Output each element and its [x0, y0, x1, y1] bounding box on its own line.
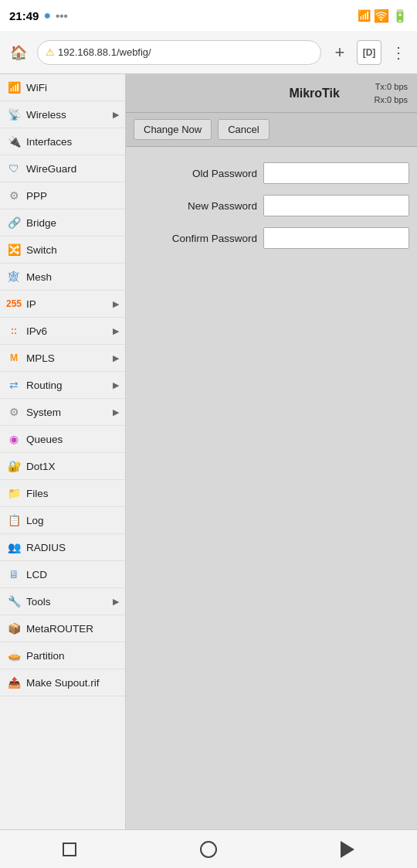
main-container: 📶 WiFi 📡 Wireless ▶ 🔌 Interfaces 🛡 WireG… — [0, 74, 417, 829]
indicator-icon: ● — [43, 9, 51, 22]
bottom-nav — [0, 829, 417, 868]
home-button[interactable]: 🏠 — [6, 40, 31, 65]
sidebar-item-label: Files — [26, 488, 49, 499]
interfaces-icon: 🔌 — [6, 134, 22, 149]
chevron-right-icon: ▶ — [113, 407, 119, 417]
sidebar-item-label: Interfaces — [26, 136, 72, 148]
password-form: Old Password New Password Confirm Passwo… — [126, 147, 417, 829]
url-warning-icon: ⚠ — [46, 46, 55, 58]
system-icon: ⚙ — [6, 404, 22, 420]
nav-stop-button[interactable] — [54, 834, 85, 865]
sidebar-item-label: Dot1X — [26, 461, 56, 472]
browser-bar: 🏠 ⚠ 192.168.88.1/webfig/ + [D] ⋮ — [0, 31, 417, 74]
url-bar[interactable]: ⚠ 192.168.88.1/webfig/ — [37, 40, 321, 65]
sidebar-item-label: System — [26, 407, 61, 418]
sidebar-item-label: IPv6 — [26, 325, 47, 337]
time-label: 21:49 — [9, 9, 39, 22]
new-password-input[interactable] — [263, 195, 409, 216]
sidebar-item-partition[interactable]: 🥧 Partition — [0, 642, 125, 669]
mikrotik-title: MikroTik — [255, 87, 375, 100]
ppp-icon: ⚙ — [6, 188, 22, 203]
sidebar-item-label: Bridge — [26, 217, 56, 229]
stop-icon — [63, 842, 76, 856]
nav-back-button[interactable] — [332, 834, 363, 865]
partition-icon: 🥧 — [6, 648, 22, 663]
sidebar-item-label: Wireless — [26, 109, 66, 121]
cancel-button[interactable]: Cancel — [218, 119, 269, 140]
toolbar: Change Now Cancel — [126, 113, 417, 147]
rx-label: Rx:0 bps — [375, 94, 408, 107]
sidebar-item-lcd[interactable]: 🖥 LCD — [0, 561, 125, 588]
switch-icon: 🔀 — [6, 242, 22, 257]
sidebar-item-interfaces[interactable]: 🔌 Interfaces — [0, 128, 125, 155]
dots-label: ••• — [56, 9, 68, 22]
log-icon: 📋 — [6, 512, 22, 528]
chevron-right-icon: ▶ — [113, 110, 119, 120]
mikrotik-header: MikroTik Tx:0 bps Rx:0 bps — [126, 74, 417, 113]
sidebar-item-label: RADIUS — [26, 542, 66, 553]
sidebar-item-ip[interactable]: 255 IP ▶ — [0, 291, 125, 318]
sidebar-item-switch[interactable]: 🔀 Switch — [0, 237, 125, 264]
sidebar-item-label: IP — [26, 298, 36, 310]
sidebar-item-dot1x[interactable]: 🔐 Dot1X — [0, 453, 125, 480]
dot1x-icon: 🔐 — [6, 458, 22, 474]
sidebar: 📶 WiFi 📡 Wireless ▶ 🔌 Interfaces 🛡 WireG… — [0, 74, 126, 829]
sidebar-item-queues[interactable]: ◉ Queues — [0, 426, 125, 453]
sidebar-item-ipv6[interactable]: :: IPv6 ▶ — [0, 318, 125, 345]
sidebar-item-metarouter[interactable]: 📦 MetaROUTER — [0, 615, 125, 642]
sidebar-item-wifi[interactable]: 📶 WiFi — [0, 74, 125, 101]
status-left: 21:49 ● ••• — [9, 9, 68, 22]
sidebar-item-tools[interactable]: 🔧 Tools ▶ — [0, 588, 125, 615]
sidebar-item-label: Queues — [26, 434, 63, 445]
sidebar-item-wireless[interactable]: 📡 Wireless ▶ — [0, 101, 125, 128]
sidebar-item-mpls[interactable]: M MPLS ▶ — [0, 345, 125, 372]
supout-icon: 📤 — [6, 675, 22, 690]
url-text: 192.168.88.1/webfig/ — [58, 46, 151, 58]
sidebar-item-ppp[interactable]: ⚙ PPP — [0, 182, 125, 209]
old-password-label: Old Password — [134, 168, 257, 179]
chevron-right-icon: ▶ — [113, 597, 119, 607]
tab-id-button[interactable]: [D] — [357, 40, 381, 65]
lcd-icon: 🖥 — [6, 567, 22, 582]
tab-id-label: [D] — [363, 47, 376, 58]
old-password-row: Old Password — [134, 162, 409, 184]
old-password-input[interactable] — [263, 162, 409, 184]
sidebar-item-files[interactable]: 📁 Files — [0, 480, 125, 507]
confirm-password-label: Confirm Password — [134, 233, 257, 244]
wifi-icon: 🛜 — [374, 9, 389, 23]
sidebar-item-bridge[interactable]: 🔗 Bridge — [0, 209, 125, 237]
wireless-icon: 📡 — [6, 107, 22, 122]
sidebar-item-label: Switch — [26, 244, 57, 256]
tx-rx-info: Tx:0 bps Rx:0 bps — [375, 80, 408, 106]
chevron-right-icon: ▶ — [113, 326, 119, 336]
nav-home-button[interactable] — [193, 834, 224, 865]
sidebar-item-routing[interactable]: ⇄ Routing ▶ — [0, 372, 125, 399]
queues-icon: ◉ — [6, 431, 22, 447]
add-tab-button[interactable]: + — [327, 40, 352, 65]
mpls-icon: M — [6, 350, 22, 366]
chevron-right-icon: ▶ — [113, 299, 119, 309]
sidebar-item-label: WiFi — [26, 82, 47, 94]
sidebar-item-mesh[interactable]: 🕸 Mesh — [0, 264, 125, 291]
wifi-icon: 📶 — [6, 80, 22, 95]
sidebar-item-radius[interactable]: 👥 RADIUS — [0, 534, 125, 561]
signal-icon: 📶 — [358, 9, 371, 22]
sidebar-item-label: Routing — [26, 380, 63, 391]
change-now-button[interactable]: Change Now — [134, 119, 212, 140]
browser-actions: + [D] ⋮ — [327, 40, 411, 65]
sidebar-item-label: PPP — [26, 190, 47, 202]
sidebar-item-label: WireGuard — [26, 163, 76, 175]
routing-icon: ⇄ — [6, 377, 22, 393]
status-bar: 21:49 ● ••• 📶 🛜 🔋 — [0, 0, 417, 31]
new-password-row: New Password — [134, 195, 409, 216]
browser-menu-button[interactable]: ⋮ — [386, 40, 411, 65]
new-password-label: New Password — [134, 200, 257, 212]
sidebar-item-label: MetaROUTER — [26, 623, 93, 635]
sidebar-item-system[interactable]: ⚙ System ▶ — [0, 399, 125, 426]
confirm-password-input[interactable] — [263, 227, 409, 249]
ipv6-icon: :: — [6, 323, 22, 339]
sidebar-item-wireguard[interactable]: 🛡 WireGuard — [0, 155, 125, 182]
sidebar-item-log[interactable]: 📋 Log — [0, 507, 125, 534]
sidebar-item-supout[interactable]: 📤 Make Supout.rif — [0, 669, 125, 696]
sidebar-item-label: Tools — [26, 596, 51, 608]
